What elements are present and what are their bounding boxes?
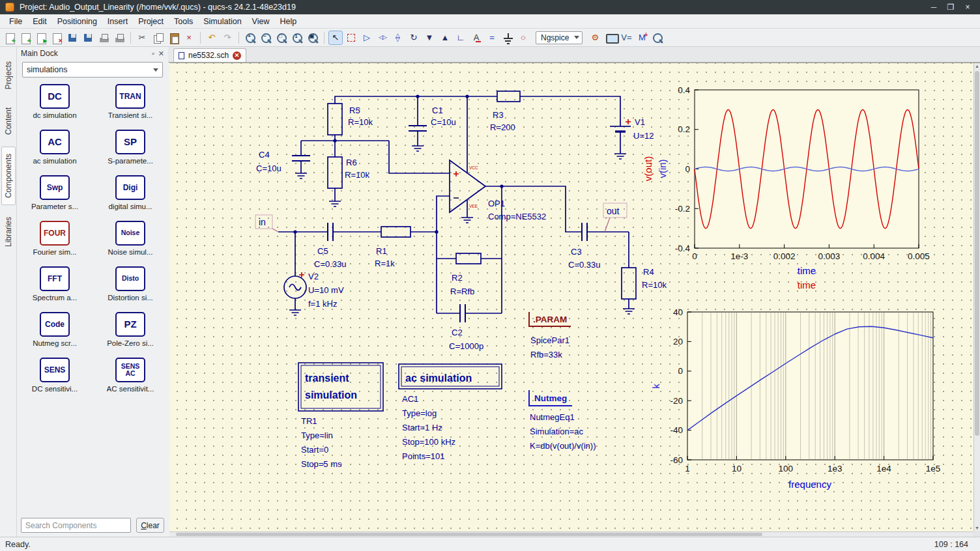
component-R4[interactable]: R4 R=10k	[622, 267, 667, 299]
side-tab-projects[interactable]: Projects	[2, 55, 15, 96]
component-R5[interactable]: R5 R=10k	[328, 104, 373, 135]
component-category-select[interactable]: simulations	[22, 62, 163, 78]
move-down-icon[interactable]: ▼	[422, 31, 437, 45]
net-label-in[interactable]: in	[255, 215, 278, 232]
cut-icon[interactable]: ✂	[135, 31, 149, 45]
open-document-icon[interactable]: ▸	[34, 31, 48, 45]
go-into-subcircuit-icon[interactable]: ▷	[360, 31, 374, 45]
marker-icon[interactable]: M	[635, 31, 649, 45]
vertical-scrollbar[interactable]: ▲ ▼	[973, 63, 980, 531]
menu-simulation[interactable]: Simulation	[198, 16, 246, 27]
component-C3[interactable]: C3 C=0.33u	[568, 223, 601, 270]
zoom-data-icon[interactable]	[650, 31, 665, 45]
scroll-up-icon[interactable]: ▲	[974, 63, 980, 70]
menu-positioning[interactable]: Positioning	[52, 16, 102, 27]
component-V2[interactable]: V2 U=10 mV f=1 kHz	[284, 272, 344, 309]
view-data-display-icon[interactable]	[603, 31, 618, 45]
nutmeg-equation-block[interactable]: Nutmeg NutmegEq1 Simulation=ac K=db(v(ou…	[529, 390, 596, 451]
component-parameter-s[interactable]: SwpParameter s...	[17, 175, 93, 221]
component-pole-zero-si[interactable]: PZPole-Zero si...	[93, 312, 168, 358]
component-distortion-si[interactable]: DistoDistortion si...	[93, 266, 168, 312]
component-R1[interactable]: R1 R=1k	[375, 227, 411, 268]
ground-icon[interactable]	[500, 31, 515, 45]
component-dc-sensitivi[interactable]: SENSDC sensitivi...	[17, 358, 93, 403]
component-C4[interactable]: C4 C=10u	[256, 150, 310, 173]
wire-label-icon[interactable]: A	[469, 31, 483, 45]
close-document-icon[interactable]: ×	[50, 31, 64, 45]
component-OP1[interactable]: VCC VEE OP1 Comp=NE5532	[450, 160, 546, 221]
component-digital-simu[interactable]: Digidigital simu...	[93, 175, 168, 221]
new-document-icon[interactable]: +	[3, 31, 17, 45]
component-R2[interactable]: R2 R=Rfb	[450, 253, 481, 296]
search-input[interactable]	[21, 518, 131, 533]
print-icon[interactable]	[96, 31, 111, 45]
clear-button[interactable]: Clear	[136, 518, 164, 533]
save-all-icon[interactable]	[81, 31, 95, 45]
component-ac-sensitivit[interactable]: SENS ACAC sensitivit...	[93, 358, 168, 403]
mirror-y-icon[interactable]: ◁▷	[375, 31, 390, 45]
time-domain-plot[interactable]: 01e-30.0020.0030.0040.0050.40.20-0.2-0.4…	[642, 85, 930, 291]
component-noise-simul[interactable]: NoiseNoise simul...	[93, 221, 168, 266]
zoom-1-1-icon[interactable]: 1	[290, 31, 304, 45]
side-tab-components[interactable]: Components	[1, 147, 16, 205]
simulator-select[interactable]: Ngspice	[536, 31, 583, 44]
copy-icon[interactable]	[151, 31, 165, 45]
component-R3[interactable]: R3 R=200	[490, 91, 520, 132]
menu-insert[interactable]: Insert	[102, 16, 133, 27]
undo-icon[interactable]: ↶	[205, 31, 219, 45]
delete-icon[interactable]: ×	[182, 31, 196, 45]
component-nutmeg-scr[interactable]: CodeNutmeg scr...	[17, 312, 93, 358]
component-fourier-sim[interactable]: FOURFourier sim...	[17, 221, 93, 266]
move-up-icon[interactable]: ▲	[438, 31, 452, 45]
component-V1[interactable]: V1 U=12	[610, 117, 654, 141]
port-icon[interactable]: ○	[516, 31, 530, 45]
component-spectrum-a[interactable]: FFTSpectrum a...	[17, 266, 93, 312]
maximize-button[interactable]: ❐	[942, 1, 959, 14]
rotate-icon[interactable]: ↻	[407, 31, 421, 45]
menu-file[interactable]: File	[4, 16, 27, 27]
mirror-x-icon[interactable]: ◁▷	[391, 31, 405, 45]
component-C1[interactable]: C1 C=10u	[409, 106, 456, 131]
menu-tools[interactable]: Tools	[169, 16, 198, 27]
dock-float-icon[interactable]: ▫	[152, 49, 154, 58]
horizontal-scrollbar[interactable]	[169, 531, 973, 537]
menu-view[interactable]: View	[247, 16, 275, 27]
component-C5[interactable]: C5 C=0.33u	[314, 223, 347, 269]
equation-icon[interactable]: =	[485, 31, 499, 45]
zoom-in-icon[interactable]: +	[243, 31, 257, 45]
dc-bias-icon[interactable]: V=	[619, 31, 633, 45]
wire-icon[interactable]: ∟	[454, 31, 468, 45]
menu-help[interactable]: Help	[274, 16, 302, 27]
component-ac-simulation[interactable]: ACac simulation	[17, 130, 93, 175]
component-R6[interactable]: R6 R=10k	[328, 157, 369, 188]
component-C2[interactable]: C2 C=1000p	[449, 304, 483, 351]
spice-param-block[interactable]: .PARAM SpicePar1 Rfb=33k	[529, 312, 571, 360]
menu-edit[interactable]: Edit	[27, 16, 52, 27]
frequency-response-plot[interactable]: 1101001e31e41e540200-20-40-60frequencyk	[650, 307, 940, 490]
minimize-button[interactable]: ─	[925, 1, 942, 14]
schematic-canvas[interactable]: R5 R=10k C1 C=10u R3 R=200 V1	[169, 63, 980, 537]
tab-ne5532[interactable]: ne5532.sch ✕	[173, 48, 246, 62]
component-s-paramete[interactable]: SPS-paramete...	[93, 130, 168, 175]
component-transient-si[interactable]: TRANTransient si...	[93, 84, 168, 130]
component-dc-simulation[interactable]: DCdc simulation	[17, 84, 93, 130]
save-icon[interactable]	[65, 31, 79, 45]
menu-project[interactable]: Project	[133, 16, 169, 27]
simulate-gear-icon[interactable]: ⚙	[588, 31, 602, 45]
zoom-area-icon[interactable]: ▣	[306, 31, 320, 45]
scroll-down-icon[interactable]: ▼	[974, 525, 980, 531]
ac-simulation-block[interactable]: ac simulation AC1 Type=log Start=1 Hz St…	[399, 364, 502, 461]
pointer-icon[interactable]: ↖	[328, 31, 343, 45]
close-button[interactable]: ×	[959, 1, 976, 14]
zoom-fit-icon[interactable]: □	[274, 31, 289, 45]
side-tab-libraries[interactable]: Libraries	[2, 210, 15, 253]
net-label-out[interactable]: out	[603, 203, 627, 232]
zoom-out-icon[interactable]: −	[259, 31, 273, 45]
new-text-document-icon[interactable]: +	[18, 31, 33, 45]
print-fit-icon[interactable]	[112, 31, 126, 45]
select-marker-icon[interactable]	[344, 31, 358, 45]
transient-simulation-block[interactable]: transient simulation TR1 Type=lin Start=…	[298, 363, 383, 469]
redo-icon[interactable]: ↷	[220, 31, 235, 45]
side-tab-content[interactable]: Content	[2, 101, 15, 141]
dock-close-icon[interactable]: ✕	[158, 49, 164, 58]
